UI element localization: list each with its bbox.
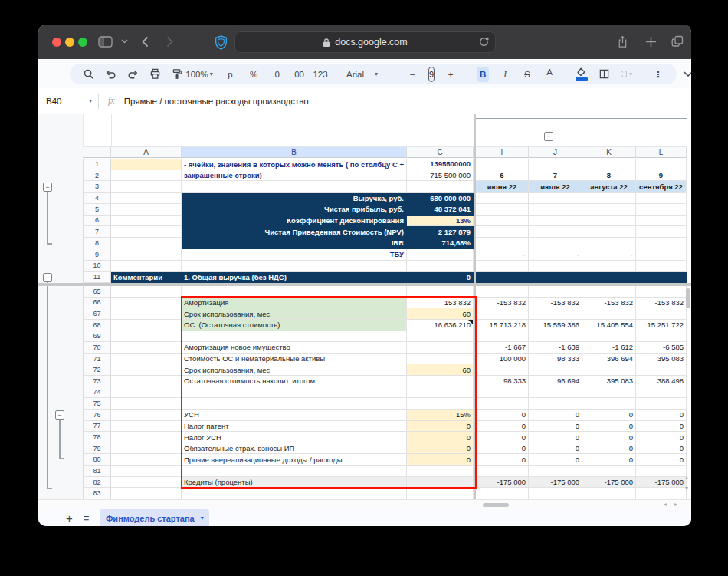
cell-B5[interactable]: Чистая прибыль, руб. [182, 204, 407, 216]
cell-A80[interactable] [111, 454, 182, 466]
cell-B72[interactable]: Срок использования, мес [182, 364, 407, 376]
row-header-6[interactable]: 6 [83, 216, 111, 227]
cell-I11[interactable] [476, 272, 529, 283]
italic-button[interactable]: I [499, 67, 511, 82]
cell-C65[interactable] [407, 286, 474, 298]
cell-A77[interactable] [111, 421, 182, 433]
reload-icon[interactable] [478, 36, 490, 48]
row-header-3[interactable]: 3 [83, 181, 111, 193]
cell-K3[interactable]: августа 22 [582, 181, 636, 193]
row-header-66[interactable]: 66 [83, 298, 111, 309]
cell-A73[interactable] [111, 376, 182, 387]
cell-C80[interactable]: 0 [407, 454, 474, 466]
cell-J10[interactable] [529, 261, 582, 272]
print-icon[interactable] [149, 67, 161, 82]
cell-I7[interactable] [476, 226, 529, 238]
cell-I65[interactable] [476, 286, 529, 298]
cell-J6[interactable] [529, 216, 582, 227]
cell-I82[interactable]: -175 000 [476, 477, 529, 489]
cell-A75[interactable] [111, 398, 182, 410]
cell-C7[interactable]: 2 127 879 [407, 226, 474, 238]
cell-B4[interactable]: Выручка, руб. [182, 193, 407, 204]
cell-L81[interactable] [636, 466, 687, 477]
cell-K69[interactable] [582, 331, 636, 343]
cell-C71[interactable] [407, 354, 474, 365]
row-header-68[interactable]: 68 [83, 320, 111, 331]
cell-C79[interactable]: 0 [407, 443, 474, 455]
share-icon[interactable] [617, 34, 628, 49]
cell-L4[interactable] [636, 193, 687, 204]
cell-I75[interactable] [476, 398, 529, 410]
cell-A10[interactable] [111, 261, 182, 272]
cell-A1[interactable] [111, 159, 182, 170]
increase-decimals-button[interactable]: .00 [292, 67, 304, 82]
row-header-78[interactable]: 78 [83, 432, 111, 443]
cell-L71[interactable]: 395 083 [636, 354, 687, 365]
cell-C81[interactable] [407, 466, 474, 477]
cell-B77[interactable]: Налог патент [182, 421, 407, 433]
cell-J79[interactable]: 0 [529, 443, 582, 455]
cell-K10[interactable] [582, 261, 636, 272]
cell-J5[interactable] [529, 204, 582, 216]
cell-K11[interactable] [582, 272, 636, 283]
row-group-collapse-button[interactable]: − [43, 183, 52, 192]
cell-C3[interactable] [407, 181, 474, 193]
cell-K75[interactable] [582, 398, 636, 410]
row-header-75[interactable]: 75 [83, 398, 111, 410]
cell-L9[interactable] [636, 249, 687, 261]
cell-J11[interactable] [529, 272, 582, 283]
cell-I78[interactable]: 0 [476, 432, 529, 443]
cell-K81[interactable] [582, 466, 636, 477]
cell-L2[interactable]: 9 [636, 170, 687, 182]
cell-J7[interactable] [529, 226, 582, 238]
text-color-button[interactable]: A [543, 67, 556, 82]
cell-B81[interactable] [182, 466, 407, 477]
cell-C4[interactable]: 680 000 000 [407, 193, 474, 204]
row-header-7[interactable]: 7 [83, 226, 111, 238]
row-header-11[interactable]: 11 [83, 272, 111, 283]
cell-L69[interactable] [636, 331, 687, 343]
row-header-82[interactable]: 82 [83, 477, 111, 489]
horizontal-scrollbar-thumb[interactable] [483, 503, 509, 508]
scroll-right-icon[interactable]: ▸ [674, 502, 677, 508]
cell-A70[interactable] [111, 342, 182, 354]
cell-A68[interactable] [111, 320, 182, 331]
cell-I79[interactable]: 0 [476, 443, 529, 455]
cell-J77[interactable]: 0 [529, 421, 582, 433]
cell-L70[interactable]: -6 585 [636, 342, 687, 354]
cell-C78[interactable]: 0 [407, 432, 474, 443]
cell-A2[interactable] [111, 170, 182, 182]
row-header-71[interactable]: 71 [83, 354, 111, 365]
cell-B6[interactable]: Коэффициент дисконтирования [182, 216, 407, 227]
cell-J9[interactable]: - [529, 249, 582, 261]
cell-L67[interactable] [636, 308, 687, 320]
cell-J3[interactable]: июля 22 [529, 181, 582, 193]
column-header-I[interactable]: I [476, 146, 529, 158]
cell-L68[interactable]: 15 251 722 [636, 320, 687, 331]
cell-C74[interactable] [407, 387, 474, 399]
increase-font-size-button[interactable]: + [444, 67, 457, 82]
cell-C67[interactable]: 60 [407, 308, 474, 320]
cell-C73[interactable] [407, 376, 474, 387]
row-header-8[interactable]: 8 [83, 238, 111, 249]
cell-B71[interactable]: Стоимость ОС и нематериальные активы [182, 354, 407, 365]
row-header-70[interactable]: 70 [83, 342, 111, 354]
scroll-up-icon[interactable]: ▴ [685, 475, 688, 481]
cell-C8[interactable]: 714,68% [407, 238, 474, 249]
tab-overview-icon[interactable] [671, 34, 684, 49]
cell-J68[interactable]: 15 559 386 [529, 320, 582, 331]
cell-L74[interactable] [636, 387, 687, 399]
cell-I5[interactable] [476, 204, 529, 216]
column-header-J[interactable]: J [529, 146, 582, 158]
cell-A82[interactable] [111, 477, 182, 489]
cell-K5[interactable] [582, 204, 636, 216]
cell-J67[interactable] [529, 308, 582, 320]
cell-B68[interactable]: ОС: (Остаточная стоимость) [182, 320, 407, 331]
column-header-L[interactable]: L [636, 146, 687, 158]
row-header-76[interactable]: 76 [83, 410, 111, 421]
cell-I81[interactable] [476, 466, 529, 477]
sheet-tab-active[interactable]: Финмодель стартапа ▾ [100, 509, 209, 526]
cell-K6[interactable] [582, 216, 636, 227]
cell-B74[interactable] [182, 387, 407, 399]
cell-I8[interactable] [476, 238, 529, 249]
